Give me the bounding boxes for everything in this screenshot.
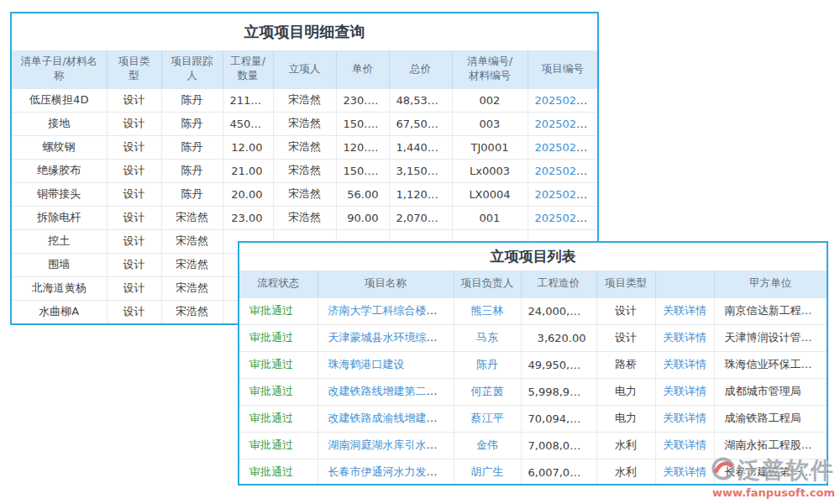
flow-status-link[interactable]: 审批通过	[249, 438, 293, 451]
cell-project-type: 水利	[596, 459, 655, 486]
list-table-row: 审批通过湖南洞庭湖水库引水工程...金伟7,008,009.00水利关联详情湖南…	[239, 432, 827, 459]
project-name-link[interactable]: 湖南洞庭湖水库引水工程...	[328, 438, 454, 451]
col-header-material-code: 清单编号/ 材料编号	[452, 50, 528, 88]
project-owner-link[interactable]: 胡广生	[471, 465, 504, 478]
project-name-link[interactable]: 珠海鹤港口建设	[328, 358, 405, 370]
project-code-link[interactable]: 2025020004	[535, 188, 598, 201]
project-code-link[interactable]: 2025020003	[535, 212, 598, 224]
detail-table-row: 绝缘胶布设计陈丹21.00宋浩然150.003,150.00Lx00032025…	[12, 159, 597, 182]
cell-project-name: 珠海鹤港口建设	[318, 351, 454, 378]
detail-action-link[interactable]: 关联详情	[663, 358, 706, 370]
cell-flow-status: 审批通过	[239, 351, 318, 378]
cell-total-price: 2,070.00	[389, 206, 452, 229]
cell-material-name: 绝缘胶布	[12, 159, 107, 182]
cell-material-name: 铜带接头	[12, 182, 107, 206]
detail-table-row: 接地设计陈丹450.00宋浩然150.0067,500...0032025020…	[12, 112, 597, 135]
project-owner-link[interactable]: 金伟	[476, 438, 498, 451]
cell-project-type: 电力	[596, 405, 655, 432]
project-owner-link[interactable]: 何芷茵	[471, 385, 504, 397]
cell-unit-price: 150.00	[336, 159, 389, 182]
list-header-row: 流程状态项目名称项目负责人工程造价项目类型甲方单位	[239, 270, 827, 297]
cell-project-owner: 金伟	[454, 432, 521, 459]
cell-party-a-unit: 南京信达新工程设计院	[714, 297, 827, 324]
cell-party-a-unit: 湖南永拓工程股份有...	[714, 432, 827, 459]
cell-total-price: 48,530...	[389, 88, 452, 112]
project-code-link[interactable]: 2025020004	[535, 141, 598, 154]
cell-material-name: 挖土	[12, 229, 107, 253]
cell-project-cost: 24,000,000.00	[521, 297, 596, 324]
detail-action-link[interactable]: 关联详情	[663, 304, 706, 317]
cell-project-owner: 熊三林	[454, 297, 521, 324]
flow-status-link[interactable]: 审批通过	[249, 331, 293, 344]
flow-status-link[interactable]: 审批通过	[249, 304, 293, 317]
cell-quantity: 20.00	[223, 182, 273, 206]
cell-project-owner: 胡广生	[454, 459, 521, 486]
cell-material-name: 低压横担4D	[12, 88, 107, 112]
cell-initiator: 宋浩然	[273, 112, 336, 135]
cell-project-cost: 6,007,007.00	[521, 459, 596, 486]
cell-material-code: LX0004	[452, 182, 528, 206]
cell-project-type: 设计	[596, 324, 655, 351]
cell-tracker: 宋浩然	[161, 300, 223, 323]
cell-total-price: 3,150.00	[389, 159, 452, 182]
project-owner-link[interactable]: 蔡江平	[471, 412, 504, 424]
cell-project-name: 改建铁路线增建第二线直...	[318, 378, 454, 405]
detail-action-link[interactable]: 关联详情	[663, 385, 706, 397]
project-code-link[interactable]: 2025020004	[535, 94, 598, 107]
cell-flow-status: 审批通过	[239, 378, 318, 405]
cell-project-cost: 7,008,009.00	[521, 432, 596, 459]
flow-status-link[interactable]: 审批通过	[249, 465, 293, 478]
detail-action-link[interactable]: 关联详情	[663, 438, 706, 451]
cell-project-code: 2025020004	[528, 182, 597, 206]
list-table: 流程状态项目名称项目负责人工程造价项目类型甲方单位 审批通过济南大学工科综合楼建…	[239, 270, 827, 486]
flow-status-link[interactable]: 审批通过	[249, 358, 293, 370]
detail-table-head: 清单子目/材料名 称项目类 型项目跟踪 人工程量/ 数量立项人单价总价清单编号/…	[12, 50, 597, 88]
cell-project-cost: 3,620.00	[521, 324, 596, 351]
col-header-project-code: 项目编号	[528, 50, 597, 88]
cell-tracker: 陈丹	[161, 182, 223, 206]
cell-project-name: 长春市伊通河水力发电厂...	[318, 459, 454, 486]
flow-status-link[interactable]: 审批通过	[249, 412, 293, 424]
detail-action-link[interactable]: 关联详情	[663, 465, 706, 478]
cell-tracker: 陈丹	[161, 135, 223, 159]
cell-material-name: 北海道黄杨	[12, 276, 107, 300]
col-header-flow-status: 流程状态	[239, 270, 318, 297]
cell-project-code: 2025020004	[528, 159, 597, 182]
cell-unit-price: 90.00	[336, 206, 389, 229]
project-code-link[interactable]: 2025020004	[535, 165, 598, 177]
cell-total-price: 1,440.00	[389, 135, 452, 159]
cell-project-owner: 陈丹	[454, 351, 521, 378]
cell-tracker: 陈丹	[161, 88, 223, 112]
cell-project-name: 天津蒙城县水环境综合治...	[318, 324, 454, 351]
project-owner-link[interactable]: 马东	[476, 331, 498, 344]
cell-project-type: 设计	[107, 276, 161, 300]
cell-project-cost: 5,998,900.00	[521, 378, 596, 405]
cell-project-type: 设计	[107, 300, 161, 323]
project-name-link[interactable]: 济南大学工科综合楼建设...	[328, 304, 454, 317]
cell-tracker: 陈丹	[161, 159, 223, 182]
col-header-initiator: 立项人	[273, 50, 336, 88]
vendor-url-text: www.fanpusoft.com	[711, 486, 835, 499]
project-name-link[interactable]: 改建铁路成渝线增建第二...	[328, 412, 454, 424]
cell-tracker: 陈丹	[161, 112, 223, 135]
cell-material-name: 螺纹钢	[12, 135, 107, 159]
cell-tracker: 宋浩然	[161, 253, 223, 276]
project-name-link[interactable]: 长春市伊通河水力发电厂...	[328, 465, 454, 478]
project-name-link[interactable]: 改建铁路线增建第二线直...	[328, 385, 454, 397]
detail-action-link[interactable]: 关联详情	[663, 412, 706, 424]
cell-project-owner: 马东	[454, 324, 521, 351]
list-table-row: 审批通过长春市伊通河水力发电厂...胡广生6,007,007.00水利关联详情长…	[239, 459, 827, 486]
col-header-project-name: 项目名称	[318, 270, 454, 297]
detail-action-link[interactable]: 关联详情	[663, 331, 706, 344]
cell-project-code: 2025020004	[528, 135, 597, 159]
project-owner-link[interactable]: 熊三林	[471, 304, 504, 317]
cell-party-a-unit: 天津博润设计管理有...	[714, 324, 827, 351]
col-header-total-price: 总价	[389, 50, 452, 88]
cell-detail-action: 关联详情	[655, 324, 714, 351]
flow-status-link[interactable]: 审批通过	[249, 385, 293, 397]
project-name-link[interactable]: 天津蒙城县水环境综合治...	[328, 331, 454, 344]
project-owner-link[interactable]: 陈丹	[476, 358, 498, 370]
project-code-link[interactable]: 2025020004	[535, 118, 598, 130]
list-table-head: 流程状态项目名称项目负责人工程造价项目类型甲方单位	[239, 270, 827, 297]
cell-project-type: 设计	[107, 112, 161, 135]
